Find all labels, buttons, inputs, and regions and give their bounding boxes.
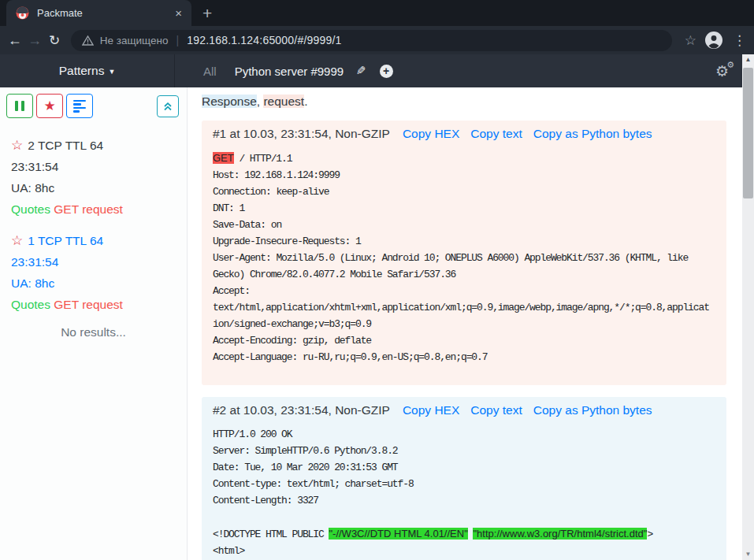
packet-id-label: #1 at 10.03, 23:31:54, Non-GZIP bbox=[213, 127, 390, 141]
copy-action-link[interactable]: Copy HEX bbox=[403, 403, 459, 417]
page-scrollbar[interactable]: ▲ ▼ bbox=[742, 54, 754, 560]
stream-pattern-label: Quotes bbox=[11, 298, 50, 311]
packet-line: Content-Length: 3327 bbox=[213, 492, 719, 509]
patterns-menu[interactable]: Patterns▼ bbox=[0, 54, 175, 87]
packet-card: #2 at 10.03, 23:31:54, Non-GZIPCopy HEXC… bbox=[202, 397, 726, 560]
packet-text-segment: ion/signed-exchange;v=b3;q=0.9 bbox=[213, 318, 371, 330]
copy-action-link[interactable]: Copy HEX bbox=[403, 127, 459, 141]
packet-text-segment: DNT: 1 bbox=[213, 202, 244, 214]
favorite-star-icon[interactable]: ☆ bbox=[11, 138, 23, 153]
packet-line: HTTP/1.0 200 OK bbox=[213, 426, 719, 443]
address-bar[interactable]: Не защищено | 192.168.1.124:65000/#/9999… bbox=[71, 30, 672, 51]
packet-line: Content-type: text/html; charset=utf-8 bbox=[213, 476, 719, 492]
packet-text-segment: / HTTP/1.1 bbox=[234, 153, 292, 165]
star-icon: ★ bbox=[43, 98, 55, 114]
browser-tab[interactable]: Packmate × bbox=[6, 0, 191, 26]
forward-icon: → bbox=[24, 32, 44, 49]
packet-line: Host: 192.168.1.124:9999 bbox=[213, 167, 719, 184]
patterns-filter-button[interactable] bbox=[66, 94, 93, 118]
browser-tab-bar: Packmate × + bbox=[0, 0, 754, 26]
packet-line: <!DOCTYPE HTML PUBLIC "-//W3C//DTD HTML … bbox=[213, 525, 719, 543]
stream-list-item[interactable]: ☆2 TCP TTL 6423:31:54UA: 8hcQuotes GET r… bbox=[11, 135, 187, 220]
packmate-favicon-icon bbox=[16, 6, 29, 20]
stream-patterns: Quotes GET request bbox=[11, 198, 187, 220]
scrollbar-thumb[interactable] bbox=[743, 68, 753, 198]
bookmark-star-icon[interactable]: ☆ bbox=[685, 32, 696, 49]
packet-text-segment: Accept-Encoding: gzip, deflate bbox=[213, 335, 371, 347]
packet-text-segment: "http://www.w3.org/TR/html4/strict.dtd" bbox=[473, 528, 647, 540]
tab-all[interactable]: All bbox=[203, 65, 217, 78]
packet-text-segment: <!DOCTYPE HTML PUBLIC bbox=[213, 528, 329, 540]
edit-pencil-icon[interactable]: ✎ bbox=[356, 64, 366, 78]
packet-line: Upgrade-Insecure-Requests: 1 bbox=[213, 233, 719, 250]
app-header: Patterns▼ All Python server #9999 ✎ + ⚙⚙ bbox=[0, 54, 742, 87]
packet-view: Response, request. #1 at 10.03, 23:31:54… bbox=[188, 87, 742, 560]
browser-menu-icon[interactable]: ⋮ bbox=[733, 32, 746, 49]
packet-text-segment: <html> bbox=[213, 545, 244, 557]
url-separator: | bbox=[176, 34, 180, 46]
new-tab-button[interactable]: + bbox=[202, 4, 212, 23]
packet-line: Accept: bbox=[213, 283, 719, 299]
packet-line: Accept-Encoding: gzip, deflate bbox=[213, 332, 719, 349]
scroll-down-arrow-icon[interactable]: ▼ bbox=[742, 549, 754, 560]
summary-segment: . bbox=[304, 95, 307, 108]
copy-action-link[interactable]: Copy text bbox=[470, 127, 522, 141]
tab-title: Packmate bbox=[37, 7, 172, 19]
copy-action-link[interactable]: Copy as Python bytes bbox=[533, 403, 652, 417]
stream-time: 23:31:54 bbox=[11, 251, 187, 273]
favorite-star-icon[interactable]: ☆ bbox=[11, 233, 23, 248]
settings-gears-icon[interactable]: ⚙⚙ bbox=[715, 62, 729, 80]
stream-title: ☆2 TCP TTL 64 bbox=[11, 135, 187, 156]
packet-line: DNT: 1 bbox=[213, 200, 719, 217]
stream-title-text: 1 TCP TTL 64 bbox=[28, 234, 103, 247]
packet-line: ion/signed-exchange;v=b3;q=0.9 bbox=[213, 316, 719, 332]
stream-pattern-label: Quotes bbox=[11, 202, 50, 216]
patterns-menu-label: Patterns bbox=[59, 64, 105, 77]
copy-action-link[interactable]: Copy text bbox=[470, 403, 522, 417]
packet-line bbox=[213, 365, 719, 382]
scroll-up-arrow-icon[interactable]: ▲ bbox=[742, 54, 754, 65]
packet-text-segment: Accept-Language: ru-RU,ru;q=0.9,en-US;q=… bbox=[213, 351, 487, 363]
collapse-sidebar-button[interactable] bbox=[157, 95, 179, 117]
stream-list-item[interactable]: ☆1 TCP TTL 6423:31:54UA: 8hcQuotes GET r… bbox=[11, 230, 187, 315]
stream-pattern-label: GET request bbox=[54, 202, 123, 216]
packet-text-segment: Server: SimpleHTTP/0.6 Python/3.8.2 bbox=[213, 445, 398, 457]
chevron-down-icon: ▼ bbox=[108, 68, 115, 76]
browser-toolbar: ← → ↻ Не защищено | 192.168.1.124:65000/… bbox=[0, 26, 754, 54]
packet-text-segment: Accept: bbox=[213, 285, 250, 297]
packet-text-segment: Gecko) Chrome/82.0.4077.2 Mobile Safari/… bbox=[213, 269, 455, 280]
url-text[interactable]: 192.168.1.124:65000/#/9999/1 bbox=[187, 34, 341, 46]
packet-line: Server: SimpleHTTP/0.6 Python/3.8.2 bbox=[213, 443, 719, 459]
packet-text-segment: User-Agent: Mozilla/5.0 (Linux; Android … bbox=[213, 252, 688, 264]
packet-text-segment: GET bbox=[213, 152, 234, 164]
stream-pattern-label: GET request bbox=[54, 298, 123, 311]
stream-ua: UA: 8hc bbox=[11, 177, 187, 198]
packet-text-segment: Connection: keep-alive bbox=[213, 186, 329, 198]
packet-line: text/html,application/xhtml+xml,applicat… bbox=[213, 299, 719, 316]
stream-ua: UA: 8hc bbox=[11, 273, 187, 294]
align-left-icon bbox=[73, 100, 86, 113]
add-channel-icon[interactable]: + bbox=[380, 65, 393, 78]
summary-segment: Response bbox=[202, 95, 257, 108]
stream-patterns: Quotes GET request bbox=[11, 294, 187, 315]
packet-line: <html> bbox=[213, 543, 719, 559]
packet-line: Connection: keep-alive bbox=[213, 184, 719, 200]
tab-close-icon[interactable]: × bbox=[172, 6, 185, 20]
back-icon[interactable]: ← bbox=[5, 32, 24, 49]
security-status-label[interactable]: Не защищено bbox=[100, 35, 169, 46]
reload-icon[interactable]: ↻ bbox=[45, 32, 65, 49]
pause-capture-button[interactable] bbox=[6, 94, 33, 118]
packet-text-segment: Content-Length: 3327 bbox=[213, 495, 318, 506]
packet-line bbox=[213, 509, 719, 525]
no-results: No results... bbox=[0, 325, 187, 339]
not-secure-warning-icon[interactable] bbox=[82, 35, 94, 46]
profile-avatar-icon[interactable] bbox=[704, 31, 723, 50]
packet-text-segment: Date: Tue, 10 Mar 2020 20:31:53 GMT bbox=[213, 462, 398, 473]
patterns-summary: Response, request. bbox=[202, 95, 726, 109]
favorites-filter-button[interactable]: ★ bbox=[36, 94, 63, 118]
packet-text-segment: "-//W3C//DTD HTML 4.01//EN" bbox=[329, 528, 467, 540]
stream-sidebar: ★ ☆2 TCP TTL 6423:31:54UA: 8hcQuotes GET… bbox=[0, 87, 188, 560]
stream-title: ☆1 TCP TTL 64 bbox=[11, 230, 187, 251]
copy-action-link[interactable]: Copy as Python bytes bbox=[533, 127, 652, 141]
packet-text-segment: Content-type: text/html; charset=utf-8 bbox=[213, 478, 414, 490]
